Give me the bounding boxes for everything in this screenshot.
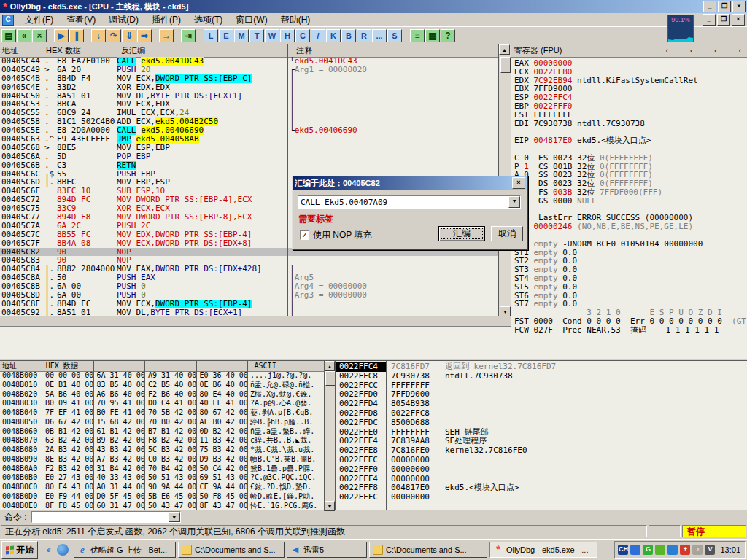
register-row[interactable]: ST7 empty 0.0 — [511, 300, 746, 308]
stack-row[interactable]: 0022FFC47C816FD7返回到 kernel32.7C816FD7 — [336, 362, 746, 372]
register-row[interactable]: T 0 GS 0000 NULL — [511, 197, 746, 206]
stack-row[interactable]: 0022FFFC00000000 — [336, 493, 746, 502]
disasm-row[interactable]: 00405C53.8BCAMOV ECX,EDX│ — [0, 100, 498, 109]
register-row[interactable]: ST0 empty -UNORM BCE0 01050104 00000000 — [511, 240, 746, 249]
close-button[interactable]: × — [732, 1, 746, 12]
menu-item[interactable]: 插件(P) — [145, 13, 187, 27]
dump-row[interactable]: 0048B0205A B6 40 00A6 B6 40 00F2 B6 40 0… — [0, 390, 325, 400]
collapse-icon[interactable]: ‹ — [739, 47, 741, 55]
menu-item[interactable]: 帮助(H) — [274, 13, 317, 27]
thunder-tray-icon[interactable] — [630, 545, 640, 555]
pause-button[interactable]: ∥ — [69, 29, 84, 42]
column-divider[interactable] — [287, 44, 288, 316]
command-input[interactable]: ▼ — [31, 511, 181, 523]
start-button[interactable]: 开始 — [1, 541, 38, 559]
dump-row[interactable]: 0048B0802A B3 42 0043 B3 42 005C B3 42 0… — [0, 446, 325, 455]
dialog-title-bar[interactable]: 汇编于此处：00405C82 × — [293, 176, 527, 190]
register-row[interactable]: A 0 SS 0023 32位 0(FFFFFFFF) — [511, 171, 746, 179]
dump-scrollbar[interactable]: ▲ ▼ — [324, 361, 335, 511]
pane-button-...[interactable]: ... — [372, 29, 387, 42]
disasm-row[interactable]: 00405C5E.E8 2D0A0000CALL ekd5.00406690└e… — [0, 126, 498, 135]
disasm-row[interactable]: 00405C68>8BE5MOV ESP,EBP — [0, 144, 498, 152]
register-row[interactable]: ESI FFFFFFFF — [511, 111, 746, 120]
pane-button-c[interactable]: C — [295, 29, 310, 42]
stack-row[interactable]: 0022FFDC8500D688 — [336, 419, 746, 428]
register-row[interactable]: 3 2 1 0 E S P U O Z D I — [511, 308, 746, 317]
disasm-row[interactable]: 00405C63.^E9 43FCFFFFJMP ekd5.004058AB — [0, 135, 498, 144]
pane-button-e[interactable]: E — [219, 29, 233, 42]
dump-row[interactable]: 0048B0100E B1 40 0083 B5 40 00C2 B5 40 0… — [0, 381, 325, 390]
run-button[interactable]: ▶ — [54, 29, 69, 42]
pane-splitter[interactable] — [0, 316, 511, 326]
taskbar-task[interactable]: e优酷超 G 上传 - Bet... — [74, 542, 176, 558]
restore-button[interactable]: ❒ — [718, 1, 731, 12]
animate-into-button[interactable]: ⇓ — [122, 29, 136, 42]
pane-button-k[interactable]: K — [326, 29, 341, 42]
dump-row[interactable]: 0048B00000 00 00 006A 31 40 00A9 31 40 0… — [0, 371, 325, 381]
disasm-row[interactable]: 00405C8F│.8B4D FCMOV ECX,DWORD PTR SS:[E… — [0, 300, 498, 308]
collapse-icon[interactable]: ‹ — [714, 47, 716, 55]
language-indicator[interactable]: CH — [618, 545, 628, 555]
dump-row[interactable]: 0048B0B0E0 27 43 0040 33 43 0050 51 43 0… — [0, 473, 325, 483]
disasm-row[interactable]: 00405C6A.5DPOP EBP — [0, 152, 498, 161]
stack-row[interactable]: 0022FFEC00000000 — [336, 456, 746, 465]
scrollbar-thumb[interactable] — [500, 57, 511, 73]
scroll-up-icon[interactable]: ▲ — [499, 44, 510, 55]
stack-row[interactable]: 0022FFF000000000 — [336, 465, 746, 475]
register-row[interactable]: D 0 — [511, 206, 746, 214]
speaker-tray-icon[interactable]: ♪ — [692, 545, 703, 555]
disasm-row[interactable]: 00405C8D│.6A 00PUSH 0│Arg3 = 00000000 — [0, 291, 498, 300]
stack-row[interactable]: 0022FFD80022FFC8 — [336, 409, 746, 419]
options-list-button[interactable]: ≡ — [410, 29, 425, 42]
pane-button-s[interactable]: S — [387, 29, 402, 42]
step-into-button[interactable]: ↓ — [91, 29, 106, 42]
dump-row[interactable]: 0048B030B0 09 41 0070 95 41 00D0 C4 41 0… — [0, 399, 325, 408]
register-row[interactable]: S 0 FS 003B 32位 7FFDF000(FFF) — [511, 188, 746, 197]
dump-row[interactable]: 0048B0E08F F8 45 0060 31 47 0050 43 47 0… — [0, 502, 325, 511]
register-row[interactable]: FST 0000 Cond 0 0 0 0 Err 0 0 0 0 0 0 0 … — [511, 317, 746, 326]
register-row[interactable]: ST3 empty 0.0 — [511, 265, 746, 274]
disasm-row[interactable]: 00405C84│.8B82 28040000MOV EAX,DWORD PTR… — [0, 265, 498, 273]
goto-address-button[interactable]: ⇥ — [181, 29, 196, 42]
disasm-row[interactable]: 00405C50.8A51 01MOV DL,BYTE PTR DS:[ECX+… — [0, 92, 498, 101]
pane-button-/[interactable]: / — [311, 29, 325, 42]
child-restore-button[interactable]: ❒ — [717, 14, 730, 26]
register-row[interactable]: ST4 empty 0.0 — [511, 274, 746, 283]
collapse-icon[interactable]: ‹ — [690, 47, 692, 55]
disasm-row[interactable]: 00405C8390NOP — [0, 256, 498, 265]
register-row[interactable]: EIP 004817E0 ekd5.<模块入口点> — [511, 136, 746, 145]
register-row[interactable]: ST5 empty 0.0 — [511, 283, 746, 292]
close-program-button[interactable]: × — [32, 29, 47, 42]
shield-tray-icon[interactable]: + — [680, 545, 690, 555]
disasm-row[interactable]: 00405C4B.8B4D F4MOV ECX,DWORD PTR SS:[EB… — [0, 74, 498, 83]
disasm-row[interactable]: 00405C8B│.6A 00PUSH 0│Arg4 = 00000000 — [0, 282, 498, 291]
menu-item[interactable]: 查看(V) — [60, 13, 102, 27]
taskbar-task[interactable]: C:\Documents and S... — [369, 542, 487, 558]
record-tray-icon[interactable]: V — [705, 545, 715, 555]
disasm-row[interactable]: 00405C49>6A 20PUSH 20┌Arg1 = 00000020 — [0, 66, 498, 74]
dropdown-icon[interactable]: ▼ — [169, 512, 180, 522]
dialog-close-icon[interactable]: × — [512, 177, 525, 189]
register-row[interactable]: C 0 ES 0023 32位 0(FFFFFFFF) — [511, 154, 746, 163]
register-row[interactable]: FCW 027F Prec NEAR,53 掩码 1 1 1 1 1 1 — [511, 326, 746, 335]
pane-button-l[interactable]: L — [204, 29, 218, 42]
register-row[interactable]: EFL 00000246 (NO,NB,E,BE,NS,PE,GE,LE) — [511, 222, 746, 231]
scroll-down-icon[interactable]: ▼ — [325, 501, 335, 511]
disasm-row[interactable]: 00405C44.E8 FA7F0100CALL ekd5.0041DC43└e… — [0, 57, 498, 66]
register-row[interactable] — [511, 128, 746, 136]
step-over-button[interactable]: ↷ — [107, 29, 121, 42]
scroll-up-icon[interactable]: ▲ — [325, 361, 335, 371]
msn-quicklaunch-icon[interactable] — [57, 544, 69, 556]
dump-row[interactable]: 0048B0A0F2 B3 42 0031 B4 42 0070 B4 42 0… — [0, 464, 325, 474]
register-row[interactable]: P 1 CS 001B 32位 0(FFFFFFFF) — [511, 163, 746, 171]
disasm-row[interactable]: 00405C8A│.50PUSH EAX│Arg5 — [0, 273, 498, 282]
menu-item[interactable]: 窗口(W) — [229, 13, 274, 27]
disasm-row[interactable]: 00405C55.6BC9 24IMUL ECX,ECX,24│ — [0, 109, 498, 117]
disasm-row[interactable]: 00405C6B.C3RETN — [0, 161, 498, 170]
register-row[interactable] — [511, 145, 746, 154]
scrollbar-thumb[interactable] — [325, 371, 336, 386]
nop-fill-checkbox[interactable]: ✓ — [300, 230, 309, 240]
disasm-row[interactable]: 00405C58.81C1 502C4B00ADD ECX,ekd5.004B2… — [0, 117, 498, 126]
restart-button[interactable]: « — [17, 29, 31, 42]
help-button[interactable]: ? — [441, 29, 455, 42]
